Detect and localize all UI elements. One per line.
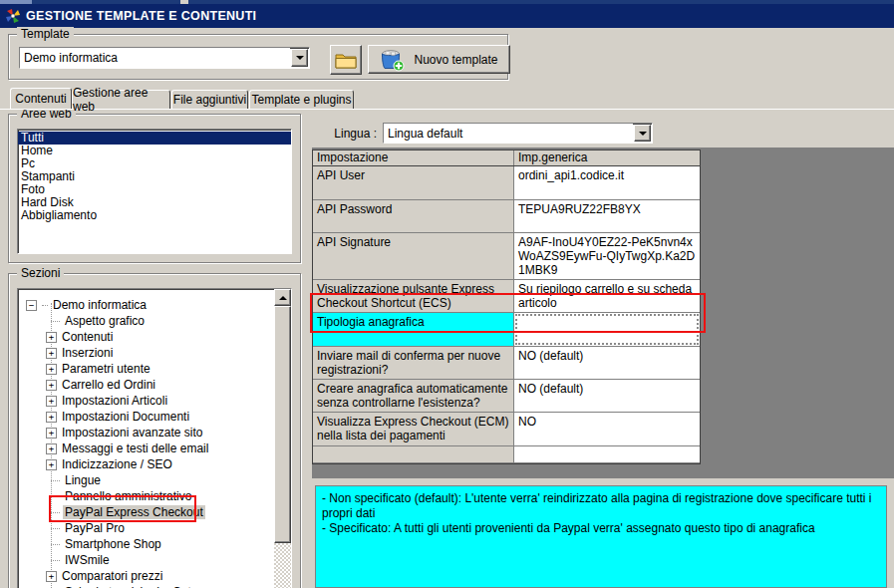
- tree-connector: [51, 544, 60, 545]
- expand-plus-icon[interactable]: +: [46, 348, 57, 359]
- tree-item-schede-tecniche-icecat[interactable]: Schede tecniche IceCat: [18, 584, 276, 588]
- expand-plus-icon[interactable]: +: [46, 396, 57, 407]
- tree-item-label: Messaggi e testi delle email: [60, 441, 210, 455]
- lingua-select[interactable]: Lingua default: [383, 123, 653, 144]
- setting-name: Creare anagrafica automaticamente senza …: [313, 380, 514, 412]
- tree-item-parametri-utente[interactable]: +Parametri utente: [18, 361, 276, 377]
- setting-name: [313, 446, 514, 462]
- setting-row-visualizza-express-checkout-ecm-nella-lista-dei-pagamenti: Visualizza Express Checkout (ECM) nella …: [313, 413, 700, 446]
- aree-web-groupbox: Aree web TuttiHomePcStampantiFotoHard Di…: [8, 114, 301, 263]
- folder-icon: [335, 52, 357, 69]
- tree-connector: [51, 528, 60, 529]
- collapse-minus-icon[interactable]: −: [26, 300, 37, 311]
- tree-item-smartphone-shop[interactable]: Smartphone Shop: [18, 536, 276, 552]
- tree-item-impostazioni-articoli[interactable]: +Impostazioni Articoli: [18, 393, 276, 409]
- setting-row-inviare-mail-di-conferma-per-nuove-registrazioni: Inviare mail di conferma per nuove regis…: [313, 347, 700, 380]
- scroll-up-button[interactable]: [274, 289, 291, 306]
- list-item-tutti[interactable]: Tutti: [18, 132, 291, 145]
- window-title: GESTIONE TEMPLATE E CONTENUTI: [26, 9, 256, 23]
- template-select[interactable]: Demo informatica: [19, 47, 310, 69]
- help-line: - Specificato: A tutti gli utenti proven…: [322, 521, 880, 536]
- expand-plus-icon[interactable]: +: [46, 428, 57, 439]
- setting-value[interactable]: NO (default): [514, 347, 700, 379]
- aree-web-listbox[interactable]: TuttiHomePcStampantiFotoHard DiskAbbigli…: [17, 129, 292, 254]
- tree-item-impostazioni-avanzate-sito[interactable]: +Impostazioni avanzate sito: [18, 425, 276, 441]
- tree-item-label: Impostazioni Articoli: [60, 394, 169, 408]
- scrollbar-thumb[interactable]: [274, 306, 291, 543]
- setting-value[interactable]: NO: [514, 413, 700, 445]
- list-item-abbigliamento[interactable]: Abbigliamento: [18, 209, 291, 222]
- expand-plus-icon[interactable]: +: [46, 364, 57, 375]
- help-line: - Non specificato (default): L'utente ve…: [322, 491, 880, 521]
- lingua-label: Lingua :: [327, 127, 377, 141]
- template-select-dropdown-button[interactable]: [291, 49, 308, 67]
- expand-plus-icon[interactable]: +: [46, 459, 57, 470]
- chevron-down-icon: [639, 132, 647, 136]
- annotation-box-tree-item: [49, 495, 196, 522]
- template-group-label: Template: [17, 27, 74, 41]
- setting-name: API Password: [313, 200, 514, 232]
- tree-item-label: IWSmile: [63, 553, 112, 567]
- new-template-button[interactable]: Nuovo template: [368, 45, 510, 74]
- setting-value[interactable]: TEPUA9RUZ22FB8YX: [514, 200, 700, 232]
- app-window: GESTIONE TEMPLATE E CONTENUTI Template D…: [0, 0, 894, 588]
- tree-item-label: Inserzioni: [60, 346, 115, 360]
- setting-row-api-signature: API SignatureA9AF-InoU4Y0EZ22-PeK5nvn4xW…: [313, 233, 700, 280]
- annotation-box-table-row: [310, 293, 706, 333]
- scrollbar-track[interactable]: [274, 543, 291, 588]
- template-groupbox: Template Demo informatica: [8, 34, 508, 80]
- sezioni-tree[interactable]: −Demo informaticaAspetto grafico+Contenu…: [17, 288, 292, 588]
- expand-plus-icon[interactable]: +: [46, 443, 57, 454]
- template-select-value[interactable]: Demo informatica: [20, 48, 290, 68]
- expand-plus-icon[interactable]: +: [46, 412, 57, 423]
- tree-item-aspetto-grafico[interactable]: Aspetto grafico: [18, 313, 276, 329]
- expand-plus-icon[interactable]: +: [46, 571, 57, 582]
- scroll-up-arrow-icon: [279, 296, 287, 300]
- setting-row-api-user: API Userordini_api1.codice.it: [313, 166, 700, 200]
- tab-contenuti[interactable]: Contenuti: [10, 88, 72, 109]
- list-item-stampanti[interactable]: Stampanti: [18, 170, 291, 183]
- setting-value[interactable]: NO (default): [514, 380, 700, 412]
- open-template-folder-button[interactable]: [330, 45, 362, 75]
- settings-table-header: Impostazione Imp.generica: [313, 150, 700, 166]
- setting-value[interactable]: A9AF-InoU4Y0EZ22-PeK5nvn4xWoAZS9EywFu-QI…: [514, 233, 700, 279]
- tree-scrollbar[interactable]: [274, 289, 291, 588]
- tree-item-label: Parametri utente: [60, 362, 152, 376]
- sezioni-groupbox: Sezioni −Demo informaticaAspetto grafico…: [8, 273, 301, 588]
- tree-item-inserzioni[interactable]: +Inserzioni: [18, 345, 276, 361]
- tree-item-label: Demo informatica: [51, 298, 149, 312]
- tree-item-comparatori-prezzi[interactable]: +Comparatori prezzi: [18, 568, 276, 584]
- setting-name: API User: [313, 166, 514, 199]
- tab-file-aggiuntivi[interactable]: File aggiuntivi: [171, 90, 248, 109]
- lingua-select-value[interactable]: Lingua default: [384, 124, 633, 143]
- setting-value[interactable]: [514, 446, 700, 462]
- tree-item-demo-informatica[interactable]: −Demo informatica: [18, 297, 276, 313]
- tree-item-label: Lingue: [63, 473, 103, 487]
- tree-item-label: Contenuti: [60, 330, 115, 344]
- setting-row-empty: [313, 446, 700, 463]
- tree-item-label: Smartphone Shop: [63, 537, 163, 551]
- column-header-imp-generica: Imp.generica: [514, 150, 700, 165]
- tab-template-e-plugins[interactable]: Template e plugins: [249, 90, 354, 109]
- expand-plus-icon[interactable]: +: [46, 332, 57, 343]
- tree-connector: [42, 305, 48, 306]
- lingua-select-dropdown-button[interactable]: [634, 125, 651, 142]
- tree-connector: [51, 321, 60, 322]
- column-header-impostazione: Impostazione: [313, 150, 514, 165]
- tree-item-contenuti[interactable]: +Contenuti: [18, 329, 276, 345]
- tree-item-impostazioni-documenti[interactable]: +Impostazioni Documenti: [18, 409, 276, 425]
- tree-item-iwsmile[interactable]: IWSmile: [18, 552, 276, 568]
- expand-plus-icon[interactable]: +: [46, 380, 57, 391]
- tree-item-lingue[interactable]: Lingue: [18, 472, 276, 488]
- tab-gestione-aree-web[interactable]: Gestione aree web: [72, 90, 170, 109]
- list-item-home[interactable]: Home: [18, 145, 291, 157]
- setting-value[interactable]: ordini_api1.codice.it: [514, 166, 700, 199]
- tree-item-indicizzazione-seo[interactable]: +Indicizzazione / SEO: [18, 456, 276, 472]
- setting-row-api-password: API PasswordTEPUA9RUZ22FB8YX: [313, 200, 700, 233]
- tree-item-messaggi-e-testi-delle-email[interactable]: +Messaggi e testi delle email: [18, 441, 276, 456]
- sezioni-group-label: Sezioni: [17, 266, 64, 280]
- setting-name: Inviare mail di conferma per nuove regis…: [313, 347, 514, 379]
- title-bar: GESTIONE TEMPLATE E CONTENUTI: [0, 4, 894, 28]
- tree-item-paypal-pro[interactable]: PayPal Pro: [18, 520, 276, 536]
- tree-item-carrello-ed-ordini[interactable]: +Carrello ed Ordini: [18, 377, 276, 393]
